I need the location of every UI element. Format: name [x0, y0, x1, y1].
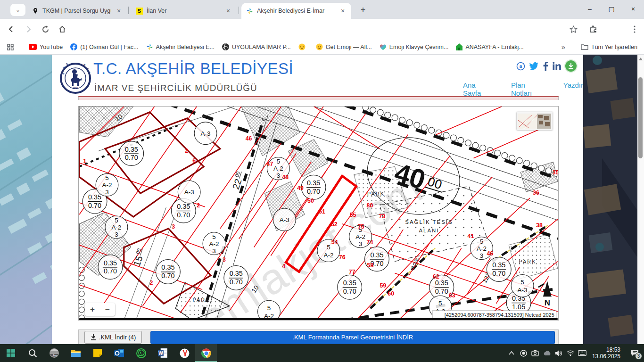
extensions-icon[interactable] — [587, 24, 599, 35]
chrome-icon-active[interactable] — [195, 344, 217, 362]
yandex-icon[interactable] — [173, 344, 195, 362]
apps-grid-icon[interactable] — [7, 43, 14, 51]
bookmark-item[interactable] — [298, 43, 308, 50]
menu-dots-icon[interactable] — [629, 24, 640, 35]
tray-chevron-icon[interactable] — [506, 344, 518, 362]
tab-aksehir-active[interactable]: Akşehir Belediyesi E-İmar × — [241, 3, 351, 19]
svg-text:3: 3 — [212, 247, 215, 255]
zone-circle: 5A-23 — [203, 232, 225, 255]
svg-text:0.35: 0.35 — [370, 251, 383, 259]
volume-icon[interactable] — [553, 344, 565, 362]
touch-keyboard-icon[interactable] — [577, 344, 588, 362]
bookmark-item[interactable]: ANASAYFA - Emlakj... — [456, 43, 523, 50]
nav-plan-notlari[interactable]: Plan Notları — [511, 81, 547, 97]
word-icon[interactable]: W — [152, 344, 173, 362]
taskbar-clock[interactable]: 18:53 13.06.2025 — [592, 346, 620, 360]
page-scrollbar[interactable] — [637, 55, 644, 344]
twitter-icon[interactable] — [529, 62, 539, 70]
record-icon[interactable] — [518, 344, 529, 362]
svg-text:Ş: Ş — [66, 63, 68, 66]
bookmarks-right: » Tüm Yer İşaretleri — [561, 43, 637, 51]
parcel-number: 46 — [246, 135, 252, 142]
bookmark-item[interactable]: Akşehir Belediyesi E... — [146, 43, 215, 50]
linkedin-icon[interactable] — [553, 62, 561, 70]
bookmark-star-icon[interactable] — [568, 24, 579, 35]
parcel-number: 41 — [468, 233, 474, 239]
heart-icon — [380, 44, 387, 50]
parcel-number: 6 — [192, 157, 196, 164]
home-icon[interactable] — [57, 24, 68, 35]
nav-yazdir[interactable]: Yazdır — [563, 81, 583, 97]
site-nav: Ana Sayfa Plan Notları Yazdır — [463, 81, 583, 97]
parcel-number: 1 — [83, 158, 86, 165]
nav-ana-sayfa[interactable]: Ana Sayfa — [463, 81, 495, 97]
zoning-map[interactable]: emlakjet.com — [78, 106, 559, 321]
screen-capture-icon[interactable] — [529, 344, 541, 362]
site-subtitle: İMAR VE ŞEHİRCİLİK MÜDÜRLÜĞÜ — [94, 83, 257, 93]
all-bookmarks-button[interactable]: Tüm Yer İşaretleri — [581, 44, 637, 50]
bookmarks-overflow-icon[interactable]: » — [561, 43, 565, 51]
download-circle-icon[interactable] — [565, 60, 577, 72]
bookmark-item[interactable]: UYGULAMA İMAR P... — [222, 43, 291, 50]
mail-at-icon[interactable]: a — [516, 62, 525, 71]
bookmarks-divider — [574, 43, 574, 51]
svg-text:5: 5 — [327, 244, 330, 251]
tab-search-button[interactable]: ⌄ — [10, 4, 25, 16]
wifi-icon[interactable] — [565, 344, 577, 362]
scrollbar-thumb[interactable] — [638, 77, 643, 158]
facebook-icon — [70, 43, 77, 50]
parcel-number: 38 — [536, 222, 543, 229]
facebook-icon[interactable] — [543, 62, 548, 71]
scroll-up-arrow[interactable] — [639, 58, 643, 60]
collapsed-panel-bar[interactable] — [78, 96, 559, 100]
svg-text:0.70: 0.70 — [88, 202, 101, 209]
start-button[interactable] — [0, 344, 22, 362]
svg-text:0.70: 0.70 — [177, 211, 190, 219]
kml-geometry-button[interactable]: .KML Formatında Parsel Geometrisini İNDİ… — [150, 331, 555, 344]
maximize-button[interactable]: ▢ — [601, 0, 622, 18]
park-label: PARK — [193, 297, 210, 303]
kml-download-button[interactable]: .KML İndir (4) — [84, 331, 142, 344]
parcel-number: 2 — [197, 202, 200, 209]
bookmark-item[interactable]: Get Emoji — All... — [316, 43, 372, 50]
zoom-out-button[interactable]: − — [100, 303, 115, 316]
tab-close-icon[interactable]: × — [224, 7, 232, 15]
folder-icon — [581, 44, 588, 50]
svg-text:3: 3 — [359, 240, 362, 247]
onedrive-icon[interactable] — [541, 344, 553, 362]
file-explorer-icon[interactable] — [65, 344, 87, 362]
new-tab-button[interactable]: + — [357, 5, 369, 16]
tab-close-icon[interactable]: × — [339, 7, 347, 15]
zone-circle: 5A-2 — [258, 300, 281, 320]
notification-center-button[interactable]: 3 — [625, 344, 644, 362]
svg-text:0.35: 0.35 — [125, 146, 138, 153]
tab-tkgm[interactable]: TKGM | Parsel Sorgu Uygulamas × — [27, 3, 127, 19]
page-viewport: AKŞ BEL 1854 T.C. AKŞEHİR BELEDİYESİ İMA… — [0, 55, 644, 344]
svg-text:0.70: 0.70 — [104, 267, 117, 275]
forward-icon[interactable] — [23, 24, 34, 35]
whatsapp-icon[interactable] — [130, 344, 152, 362]
zoom-in-button[interactable]: + — [85, 303, 100, 316]
svg-text:A-2: A-2 — [111, 224, 121, 231]
back-icon[interactable] — [6, 24, 17, 35]
zoning-map-canvas[interactable]: emlakjet.com — [79, 107, 558, 320]
tab-ilanver[interactable]: S İlan Ver × — [131, 3, 237, 19]
bookmark-item[interactable]: Emoji Klavye Çevrim... — [380, 44, 449, 50]
reload-icon[interactable] — [40, 24, 51, 35]
sticky-notes-icon[interactable] — [87, 344, 108, 362]
netcad-app-icon[interactable]: Pro — [43, 344, 65, 362]
bookmark-item[interactable]: YouTube — [29, 44, 63, 50]
bookmark-item[interactable]: (1) Osman Gül | Fac... — [70, 43, 138, 50]
svg-text:A-3: A-3 — [184, 189, 194, 196]
minimize-button[interactable]: – — [579, 0, 601, 18]
tab-close-icon[interactable]: × — [115, 7, 123, 15]
taskbar-search-icon[interactable] — [22, 344, 43, 362]
map-zoom-control: + − — [85, 303, 115, 316]
parcel-number: 3 — [223, 256, 226, 263]
bookmarks-list: YouTube(1) Osman Gül | Fac...Akşehir Bel… — [21, 43, 524, 50]
close-button[interactable]: × — [622, 0, 644, 18]
overview-minimap[interactable] — [517, 112, 553, 130]
emoji-icon — [316, 43, 323, 50]
svg-text:0.35: 0.35 — [230, 270, 243, 277]
outlook-icon[interactable] — [108, 344, 130, 362]
